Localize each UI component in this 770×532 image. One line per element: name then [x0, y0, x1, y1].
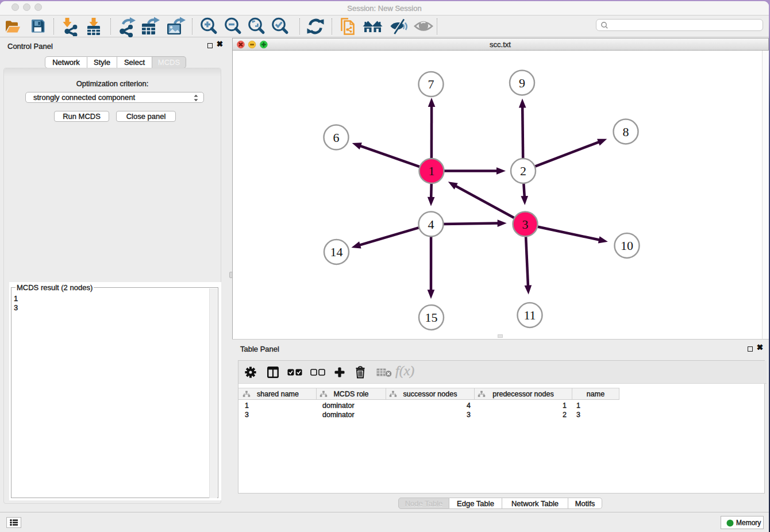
svg-text:3: 3 — [522, 217, 529, 232]
svg-text:7: 7 — [428, 77, 434, 91]
svg-text:8: 8 — [623, 125, 629, 139]
svg-text:9: 9 — [519, 76, 525, 90]
svg-text:15: 15 — [425, 310, 438, 325]
svg-text:4: 4 — [428, 217, 434, 232]
svg-text:10: 10 — [621, 238, 633, 253]
svg-text:2: 2 — [520, 164, 526, 178]
svg-text:6: 6 — [333, 130, 340, 145]
svg-text:11: 11 — [523, 308, 536, 322]
svg-text:14: 14 — [330, 245, 343, 259]
svg-text:1: 1 — [429, 164, 435, 178]
